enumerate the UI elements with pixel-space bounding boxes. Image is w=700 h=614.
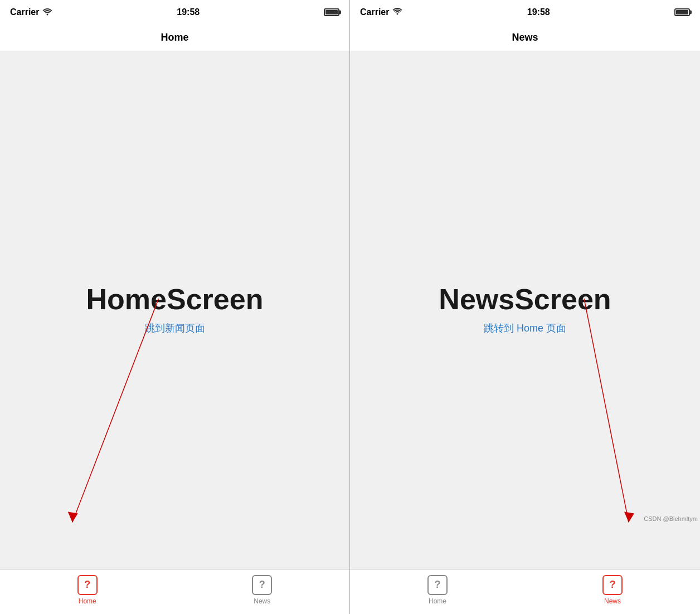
svg-marker-2 bbox=[68, 511, 78, 522]
right-tab-news[interactable]: ? News bbox=[525, 570, 700, 614]
right-status-left: Carrier bbox=[360, 7, 402, 17]
right-battery-icon bbox=[674, 8, 690, 16]
left-tab-news[interactable]: ? News bbox=[175, 570, 350, 614]
right-wifi-icon bbox=[392, 7, 402, 17]
right-status-right bbox=[674, 8, 690, 16]
right-carrier: Carrier bbox=[360, 7, 389, 17]
right-screen-title: NewsScreen bbox=[439, 282, 611, 316]
right-nav-link[interactable]: 跳转到 Home 页面 bbox=[484, 321, 566, 335]
watermark: CSDN @Biehmltym bbox=[644, 515, 698, 522]
left-home-tab-label: Home bbox=[79, 597, 96, 605]
left-news-tab-icon: ? bbox=[252, 575, 272, 595]
right-content-area: NewsScreen 跳转到 Home 页面 CSDN @Biehmltym bbox=[350, 51, 700, 569]
right-news-tab-icon: ? bbox=[602, 575, 623, 595]
left-nav-title: Home bbox=[161, 32, 188, 43]
left-tab-bar: ? Home ? News bbox=[0, 569, 349, 614]
phones-container: Carrier 19:58 Home bbox=[0, 0, 700, 614]
right-tab-bar: ? Home ? News bbox=[350, 569, 700, 614]
right-time: 19:58 bbox=[527, 7, 550, 17]
svg-point-3 bbox=[397, 13, 398, 15]
left-nav-bar: Home bbox=[0, 25, 349, 51]
right-home-tab-icon: ? bbox=[427, 575, 448, 595]
left-carrier: Carrier bbox=[10, 7, 39, 17]
left-screen-title: HomeScreen bbox=[86, 282, 264, 316]
right-tab-home[interactable]: ? Home bbox=[350, 570, 525, 614]
left-content-area: HomeScreen 跳到新闻页面 bbox=[0, 51, 349, 569]
left-wifi-icon bbox=[42, 8, 52, 17]
svg-point-0 bbox=[47, 13, 48, 15]
left-status-right bbox=[324, 8, 339, 16]
left-news-tab-label: News bbox=[254, 597, 270, 605]
svg-line-4 bbox=[584, 299, 629, 523]
left-nav-link[interactable]: 跳到新闻页面 bbox=[145, 321, 205, 335]
svg-marker-5 bbox=[624, 511, 634, 522]
right-nav-bar: News bbox=[350, 25, 700, 51]
left-tab-home[interactable]: ? Home bbox=[0, 570, 175, 614]
left-status-left: Carrier bbox=[10, 7, 52, 17]
left-time: 19:58 bbox=[177, 7, 200, 17]
left-battery-icon bbox=[324, 8, 339, 16]
right-home-tab-label: Home bbox=[429, 597, 446, 605]
right-phone: Carrier 19:58 News bbox=[350, 0, 700, 614]
left-status-bar: Carrier 19:58 bbox=[0, 0, 349, 25]
right-status-bar: Carrier 19:58 bbox=[350, 0, 700, 25]
left-home-tab-icon: ? bbox=[77, 575, 98, 595]
left-phone: Carrier 19:58 Home bbox=[0, 0, 350, 614]
right-news-tab-label: News bbox=[604, 597, 621, 605]
right-nav-title: News bbox=[512, 32, 538, 43]
